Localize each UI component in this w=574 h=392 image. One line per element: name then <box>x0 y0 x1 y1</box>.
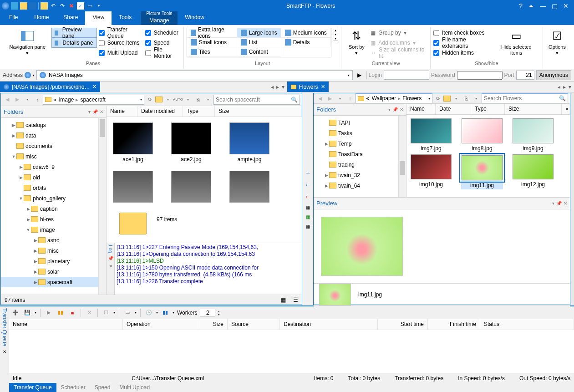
tq-col-size[interactable]: Size <box>200 319 228 330</box>
fwd-button-r[interactable]: ▶ <box>325 94 335 103</box>
sync-misc1-icon[interactable]: ▦ <box>306 214 310 219</box>
col-date[interactable]: Date modified <box>137 106 183 117</box>
tree-item-data[interactable]: ▶data <box>1 130 106 141</box>
tab-tools[interactable]: Tools <box>112 11 139 25</box>
col-type[interactable]: Type <box>183 106 215 117</box>
options-button[interactable]: ☑ Options▾ <box>546 28 569 57</box>
refresh-button[interactable]: ⟳ <box>145 95 154 104</box>
crumb-flowers[interactable]: Flowers <box>401 95 422 102</box>
tabnav2-right-icon[interactable]: ▸ <box>563 84 566 90</box>
scheduler-check[interactable]: Scheduler <box>145 28 181 38</box>
crumb-spacecraft[interactable]: spacecraft <box>79 97 106 103</box>
file-ace2.jpg[interactable]: ace2.jpg <box>170 122 212 163</box>
view-large-icon[interactable]: ▦ <box>281 297 286 303</box>
tq-col-dst[interactable]: Destination <box>280 319 378 330</box>
left-folder-drop[interactable]: ▾ <box>163 95 173 104</box>
left-thumbs[interactable]: ace1.jpgace2.jpgampte.jpg97 items <box>107 117 302 243</box>
file-monitor-check[interactable]: File Monitor <box>145 48 181 58</box>
layout-scroll-down-icon[interactable]: ▾ <box>333 32 338 36</box>
file-partial-2[interactable] <box>229 171 270 203</box>
tq-save-icon[interactable]: 💾 <box>23 308 32 317</box>
workers-input[interactable] <box>200 309 215 317</box>
fwd-button[interactable]: ▶ <box>13 95 22 104</box>
file-ace1.jpg[interactable]: ace1.jpg <box>112 122 154 163</box>
search-icon-r[interactable]: 🔍 <box>559 95 566 102</box>
folders-drop-r-icon[interactable]: ▾ <box>388 107 391 112</box>
tabnav2-menu-icon[interactable]: ▾ <box>569 84 571 90</box>
log-body[interactable]: [13:11:16] 1>227 Entering Passive Mode (… <box>115 243 302 295</box>
layout-expand-icon[interactable]: ▾ <box>333 36 338 41</box>
hist-drop-icon[interactable]: ▾ <box>23 95 32 104</box>
up-button[interactable]: ↑ <box>33 95 42 104</box>
col-more-r[interactable]: » <box>562 104 570 114</box>
expand-icon[interactable]: ▶ <box>33 238 38 243</box>
misc-button-r[interactable]: ⎘ <box>462 94 471 103</box>
search-icon[interactable]: 🔍 <box>291 97 298 103</box>
folders-drop-icon[interactable]: ▾ <box>88 109 91 114</box>
workers-down-icon[interactable]: ▾ <box>218 313 220 316</box>
tq-rows[interactable] <box>9 330 574 373</box>
qat-folder-icon[interactable] <box>20 2 27 10</box>
tab-manage[interactable]: Manage <box>142 16 176 25</box>
col-date-r[interactable]: Date <box>436 104 471 114</box>
file-ampte.jpg[interactable]: ampte.jpg <box>229 122 270 163</box>
tq-col-op[interactable]: Operation <box>123 319 200 330</box>
tree-item-cdaw6-9[interactable]: ▶cdaw6_9 <box>1 162 106 172</box>
back-button[interactable]: ◀ <box>3 95 12 104</box>
preview-pin-icon[interactable]: 📌 <box>556 201 562 206</box>
tq-play-icon[interactable]: ▶ <box>44 308 53 317</box>
tq-col-src[interactable]: Source <box>228 319 280 330</box>
tq-col-start[interactable]: Start time <box>378 319 428 330</box>
back-button-r[interactable]: ◀ <box>315 94 325 103</box>
file-img8.jpg[interactable]: img8.jpg <box>461 118 503 152</box>
tq-clock-icon[interactable]: 🕒 <box>144 308 153 317</box>
file-extensions-check[interactable]: File name extensions <box>433 38 491 48</box>
tree-item-tasks[interactable]: Tasks <box>314 128 406 138</box>
expand-icon[interactable]: ▶ <box>11 133 16 138</box>
tabnav-left-icon[interactable]: ◂ <box>271 84 274 90</box>
maximize-icon[interactable]: ▢ <box>552 2 558 10</box>
sort-by-button[interactable]: ⇅ Sort by ▾ <box>344 28 369 57</box>
tree-item-tracing[interactable]: tracing <box>314 159 406 170</box>
address-box[interactable]: NASA Images ▾ <box>36 70 353 80</box>
sync-settings-icon[interactable]: ▦ <box>306 205 310 210</box>
layout-content[interactable]: Content <box>237 47 281 57</box>
doc-tab-left-close-icon[interactable]: ✕ <box>92 84 97 90</box>
expand-icon[interactable]: ▶ <box>324 173 329 178</box>
tab-share[interactable]: Share <box>56 11 85 25</box>
right-search-input[interactable] <box>484 95 559 102</box>
tree-item-temp[interactable]: ▶Temp <box>314 138 406 149</box>
help-icon[interactable]: ? <box>519 2 523 10</box>
expand-icon[interactable]: ▼ <box>18 196 24 201</box>
preview-pane-toggle[interactable]: Preview pane <box>51 28 97 38</box>
col-type-r[interactable]: Type <box>471 104 505 114</box>
transfer-queue-check[interactable]: Transfer Queue <box>99 28 143 38</box>
file-img10.jpg[interactable]: img10.jpg <box>410 154 452 189</box>
left-tree[interactable]: ▶catalogs▶datadocuments▼misc▶cdaw6_9▶old… <box>1 118 106 295</box>
expand-icon[interactable]: ▶ <box>18 165 24 169</box>
doc-tab-right[interactable]: Flowers ✕ <box>287 81 329 92</box>
tq-col-status[interactable]: Status <box>480 319 574 330</box>
right-tree[interactable]: TAPITasks▶TempToastDatatracing▶twain_32▶… <box>314 116 406 197</box>
right-thumbs[interactable]: img7.jpgimg8.jpgimg9.jpgimg10.jpgimg11.j… <box>406 115 570 197</box>
doc-tab-left[interactable]: [NASA Images] /pub/misc/pho… ✕ <box>0 81 100 92</box>
tq-chart-icon[interactable]: ▮▮ <box>161 308 170 317</box>
left-search[interactable]: 🔍 <box>213 95 300 105</box>
expand-icon[interactable]: ▶ <box>33 280 38 285</box>
folders-pin-r-icon[interactable]: 📌 <box>392 107 398 112</box>
sync-misc2-icon[interactable]: ▦ <box>306 224 310 229</box>
right-search[interactable]: 🔍 <box>482 93 568 103</box>
tree-item-solar[interactable]: ▶solar <box>1 266 106 277</box>
left-breadcrumb[interactable]: « image ▸ spacecraft ▾ <box>43 95 144 105</box>
tree-item-planetary[interactable]: ▶planetary <box>1 256 106 266</box>
tree-item-twain-32[interactable]: ▶twain_32 <box>314 170 406 180</box>
qat-save-icon[interactable] <box>29 2 36 10</box>
tree-item-spacecraft[interactable]: ▶spacecraft <box>1 277 106 287</box>
expand-icon[interactable]: ▶ <box>25 207 31 211</box>
expand-icon[interactable]: ▶ <box>33 270 38 274</box>
tree-item-astro[interactable]: ▶astro <box>1 235 106 245</box>
left-folder-icon[interactable] <box>155 97 163 102</box>
left-search-input[interactable] <box>216 97 291 103</box>
expand-icon[interactable]: ▼ <box>11 154 16 159</box>
anonymous-button[interactable]: Anonymous <box>536 70 571 80</box>
